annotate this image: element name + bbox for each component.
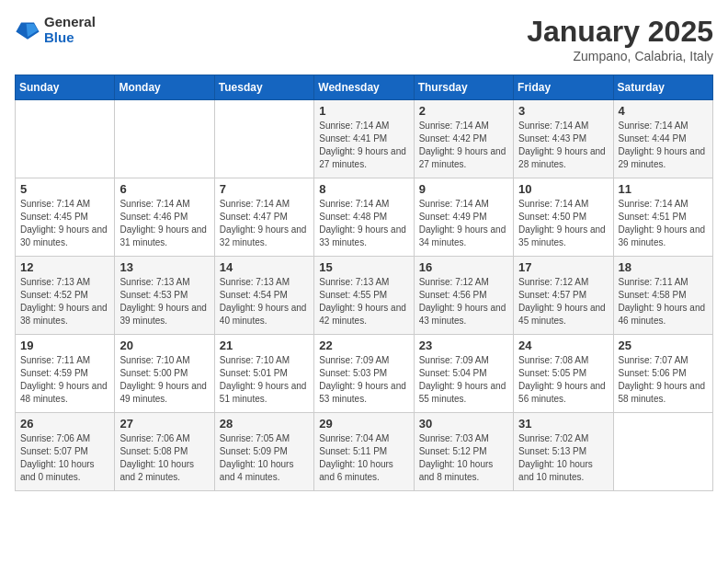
day-number: 22 xyxy=(319,339,408,352)
calendar-cell: 29Sunrise: 7:04 AM Sunset: 5:11 PM Dayli… xyxy=(314,413,414,491)
calendar-cell xyxy=(16,100,115,178)
day-number: 11 xyxy=(619,182,708,196)
header-day-sunday: Sunday xyxy=(16,75,115,100)
calendar-cell: 17Sunrise: 7:12 AM Sunset: 4:57 PM Dayli… xyxy=(514,257,613,335)
calendar-cell: 13Sunrise: 7:13 AM Sunset: 4:53 PM Dayli… xyxy=(115,257,214,335)
day-number: 16 xyxy=(419,260,508,274)
day-info: Sunrise: 7:14 AM Sunset: 4:45 PM Dayligh… xyxy=(20,198,109,249)
calendar-cell: 15Sunrise: 7:13 AM Sunset: 4:55 PM Dayli… xyxy=(314,257,414,335)
day-info: Sunrise: 7:08 AM Sunset: 5:05 PM Dayligh… xyxy=(518,354,608,406)
header-day-thursday: Thursday xyxy=(414,75,513,100)
calendar-cell: 19Sunrise: 7:11 AM Sunset: 4:59 PM Dayli… xyxy=(16,335,115,413)
calendar-title: January 2025 xyxy=(527,15,713,49)
week-row-5: 26Sunrise: 7:06 AM Sunset: 5:07 PM Dayli… xyxy=(16,413,713,491)
calendar-cell: 20Sunrise: 7:10 AM Sunset: 5:00 PM Dayli… xyxy=(115,335,214,413)
day-info: Sunrise: 7:11 AM Sunset: 4:59 PM Dayligh… xyxy=(20,354,109,406)
calendar-cell xyxy=(214,100,313,178)
calendar-cell: 30Sunrise: 7:03 AM Sunset: 5:12 PM Dayli… xyxy=(414,413,513,491)
day-info: Sunrise: 7:09 AM Sunset: 5:04 PM Dayligh… xyxy=(419,354,508,406)
day-number: 14 xyxy=(220,260,309,274)
header-day-monday: Monday xyxy=(115,75,214,100)
calendar-cell: 1Sunrise: 7:14 AM Sunset: 4:41 PM Daylig… xyxy=(314,100,414,178)
calendar-cell: 26Sunrise: 7:06 AM Sunset: 5:07 PM Dayli… xyxy=(16,413,115,491)
day-number: 30 xyxy=(419,417,508,431)
title-area: January 2025 Zumpano, Calabria, Italy xyxy=(527,15,713,63)
day-info: Sunrise: 7:09 AM Sunset: 5:03 PM Dayligh… xyxy=(319,354,408,406)
calendar-cell: 22Sunrise: 7:09 AM Sunset: 5:03 PM Dayli… xyxy=(314,335,414,413)
day-number: 15 xyxy=(319,260,408,274)
week-row-1: 1Sunrise: 7:14 AM Sunset: 4:41 PM Daylig… xyxy=(16,100,713,178)
logo: General Blue xyxy=(15,15,96,45)
calendar-cell xyxy=(115,100,214,178)
day-info: Sunrise: 7:14 AM Sunset: 4:46 PM Dayligh… xyxy=(119,198,209,249)
calendar-cell: 21Sunrise: 7:10 AM Sunset: 5:01 PM Dayli… xyxy=(214,335,313,413)
calendar-cell: 23Sunrise: 7:09 AM Sunset: 5:04 PM Dayli… xyxy=(414,335,513,413)
day-info: Sunrise: 7:13 AM Sunset: 4:54 PM Dayligh… xyxy=(220,276,309,327)
calendar-cell: 7Sunrise: 7:14 AM Sunset: 4:47 PM Daylig… xyxy=(214,178,313,257)
week-row-4: 19Sunrise: 7:11 AM Sunset: 4:59 PM Dayli… xyxy=(16,335,713,413)
day-number: 31 xyxy=(518,417,608,431)
day-number: 24 xyxy=(518,339,608,352)
day-info: Sunrise: 7:14 AM Sunset: 4:49 PM Dayligh… xyxy=(419,198,508,249)
day-info: Sunrise: 7:12 AM Sunset: 4:56 PM Dayligh… xyxy=(419,276,508,327)
calendar-cell: 9Sunrise: 7:14 AM Sunset: 4:49 PM Daylig… xyxy=(414,178,513,257)
day-info: Sunrise: 7:14 AM Sunset: 4:48 PM Dayligh… xyxy=(319,198,408,249)
calendar-cell: 4Sunrise: 7:14 AM Sunset: 4:44 PM Daylig… xyxy=(613,100,712,178)
header-day-tuesday: Tuesday xyxy=(214,75,313,100)
day-number: 29 xyxy=(319,417,408,431)
day-number: 17 xyxy=(518,260,608,274)
logo-blue-text: Blue xyxy=(44,30,96,46)
logo-text: General Blue xyxy=(44,15,96,45)
day-number: 28 xyxy=(220,417,309,431)
day-number: 2 xyxy=(419,104,508,118)
day-number: 9 xyxy=(419,182,508,196)
day-info: Sunrise: 7:14 AM Sunset: 4:50 PM Dayligh… xyxy=(518,198,608,249)
day-info: Sunrise: 7:14 AM Sunset: 4:47 PM Dayligh… xyxy=(220,198,309,249)
day-info: Sunrise: 7:11 AM Sunset: 4:58 PM Dayligh… xyxy=(619,276,708,327)
day-info: Sunrise: 7:05 AM Sunset: 5:09 PM Dayligh… xyxy=(220,432,309,484)
header: General Blue January 2025 Zumpano, Calab… xyxy=(15,15,713,63)
day-number: 13 xyxy=(119,260,209,274)
calendar-cell: 14Sunrise: 7:13 AM Sunset: 4:54 PM Dayli… xyxy=(214,257,313,335)
day-info: Sunrise: 7:14 AM Sunset: 4:51 PM Dayligh… xyxy=(619,198,708,249)
calendar-cell: 25Sunrise: 7:07 AM Sunset: 5:06 PM Dayli… xyxy=(613,335,712,413)
calendar-cell: 18Sunrise: 7:11 AM Sunset: 4:58 PM Dayli… xyxy=(613,257,712,335)
calendar-cell: 28Sunrise: 7:05 AM Sunset: 5:09 PM Dayli… xyxy=(214,413,313,491)
header-day-friday: Friday xyxy=(514,75,613,100)
calendar-cell: 8Sunrise: 7:14 AM Sunset: 4:48 PM Daylig… xyxy=(314,178,414,257)
day-info: Sunrise: 7:04 AM Sunset: 5:11 PM Dayligh… xyxy=(319,432,408,484)
day-number: 6 xyxy=(119,182,209,196)
day-number: 10 xyxy=(518,182,608,196)
day-info: Sunrise: 7:14 AM Sunset: 4:42 PM Dayligh… xyxy=(419,120,508,171)
day-number: 21 xyxy=(220,339,309,352)
calendar-cell: 2Sunrise: 7:14 AM Sunset: 4:42 PM Daylig… xyxy=(414,100,513,178)
day-number: 7 xyxy=(220,182,309,196)
day-number: 19 xyxy=(20,339,109,352)
day-number: 27 xyxy=(119,417,209,431)
header-day-saturday: Saturday xyxy=(613,75,712,100)
day-info: Sunrise: 7:10 AM Sunset: 5:00 PM Dayligh… xyxy=(119,354,209,406)
day-info: Sunrise: 7:14 AM Sunset: 4:43 PM Dayligh… xyxy=(518,120,608,171)
header-day-wednesday: Wednesday xyxy=(314,75,414,100)
day-number: 23 xyxy=(419,339,508,352)
calendar-subtitle: Zumpano, Calabria, Italy xyxy=(527,49,713,63)
header-row: SundayMondayTuesdayWednesdayThursdayFrid… xyxy=(16,75,713,100)
day-number: 3 xyxy=(518,104,608,118)
day-info: Sunrise: 7:12 AM Sunset: 4:57 PM Dayligh… xyxy=(518,276,608,327)
day-info: Sunrise: 7:13 AM Sunset: 4:52 PM Dayligh… xyxy=(20,276,109,327)
calendar-cell: 3Sunrise: 7:14 AM Sunset: 4:43 PM Daylig… xyxy=(514,100,613,178)
calendar-cell: 10Sunrise: 7:14 AM Sunset: 4:50 PM Dayli… xyxy=(514,178,613,257)
week-row-2: 5Sunrise: 7:14 AM Sunset: 4:45 PM Daylig… xyxy=(16,178,713,257)
day-info: Sunrise: 7:07 AM Sunset: 5:06 PM Dayligh… xyxy=(619,354,708,406)
calendar-cell: 6Sunrise: 7:14 AM Sunset: 4:46 PM Daylig… xyxy=(115,178,214,257)
calendar-body: 1Sunrise: 7:14 AM Sunset: 4:41 PM Daylig… xyxy=(16,100,713,491)
day-info: Sunrise: 7:13 AM Sunset: 4:55 PM Dayligh… xyxy=(319,276,408,327)
day-number: 25 xyxy=(619,339,708,352)
day-info: Sunrise: 7:14 AM Sunset: 4:44 PM Dayligh… xyxy=(619,120,708,171)
day-number: 8 xyxy=(319,182,408,196)
calendar-cell: 5Sunrise: 7:14 AM Sunset: 4:45 PM Daylig… xyxy=(16,178,115,257)
day-info: Sunrise: 7:02 AM Sunset: 5:13 PM Dayligh… xyxy=(518,432,608,484)
logo-icon xyxy=(15,17,40,43)
day-info: Sunrise: 7:03 AM Sunset: 5:12 PM Dayligh… xyxy=(419,432,508,484)
day-number: 5 xyxy=(20,182,109,196)
